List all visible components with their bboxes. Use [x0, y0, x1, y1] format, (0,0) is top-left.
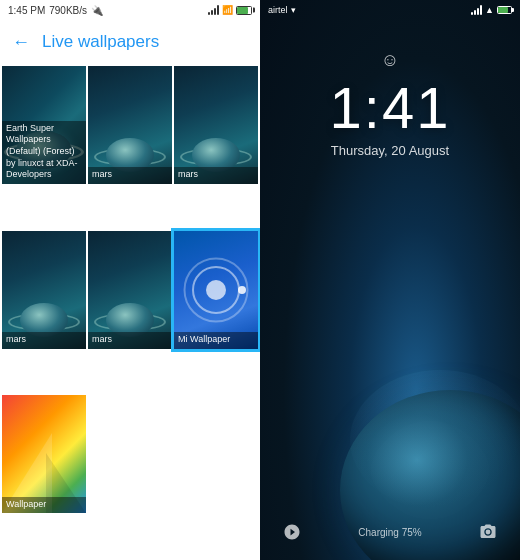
wallpaper-item-mars2[interactable]: mars [174, 66, 258, 184]
wallpaper-label: mars [88, 332, 172, 349]
ls-date: Thursday, 20 August [260, 143, 520, 158]
ls-smiley-icon: ☺ [260, 50, 520, 71]
wallpaper-item-colorful[interactable]: Wallpaper [2, 395, 86, 513]
earth-glow [350, 370, 520, 510]
mi-dot-orbit [238, 286, 246, 294]
status-bar-left: 1:45 PM 790KB/s 🔌 📶 [0, 0, 260, 20]
ls-signal-bars [471, 5, 482, 15]
left-panel: 1:45 PM 790KB/s 🔌 📶 ← Live wallpapers Ea… [0, 0, 260, 560]
wallpaper-label: Mi Wallpaper [174, 332, 258, 349]
ls-charging-label: Charging 75% [358, 527, 421, 538]
ls-carrier: airtel [268, 5, 288, 15]
ls-status-right: ▲ [471, 5, 512, 15]
wallpaper-label: Wallpaper [2, 497, 86, 514]
wallpaper-grid: Earth Super Wallpapers (Default) (Forest… [0, 64, 260, 560]
battery-icon [236, 6, 252, 15]
lockscreen-bottom: Charging 75% [260, 508, 520, 560]
wallpaper-item-earth[interactable]: Earth Super Wallpapers (Default) (Forest… [2, 66, 86, 184]
usb-icon: 🔌 [91, 5, 103, 16]
wallpaper-item-mars4[interactable]: mars [88, 231, 172, 349]
ls-bottom-left-icon[interactable] [276, 516, 308, 548]
page-title: Live wallpapers [42, 32, 159, 52]
status-bar-right-section: 📶 [208, 5, 252, 15]
wallpaper-item-mars3[interactable]: mars [2, 231, 86, 349]
ls-time: 1:41 [260, 79, 520, 137]
signal-bars [208, 5, 219, 15]
lockscreen-content: ☺ 1:41 Thursday, 20 August [260, 20, 520, 158]
ls-battery-icon [497, 6, 512, 14]
wallpaper-item-mi[interactable]: Mi Wallpaper [174, 231, 258, 349]
ls-camera-icon[interactable] [472, 516, 504, 548]
ls-status-left: airtel ▾ [268, 5, 296, 15]
mi-circle-inner [206, 280, 226, 300]
wifi-icon: 📶 [222, 5, 233, 15]
ls-wifi-icon: ▲ [485, 5, 494, 15]
wallpaper-label: Earth Super Wallpapers (Default) (Forest… [2, 121, 86, 184]
header: ← Live wallpapers [0, 20, 260, 64]
back-button[interactable]: ← [12, 32, 30, 53]
wallpaper-item-mars1[interactable]: mars [88, 66, 172, 184]
ls-battery-fill [498, 7, 508, 13]
status-bar-left-section: 1:45 PM 790KB/s 🔌 [8, 5, 103, 16]
ls-carrier-arrow: ▾ [291, 5, 296, 15]
wallpaper-label: mars [88, 167, 172, 184]
status-time: 1:45 PM [8, 5, 45, 16]
wallpaper-label: mars [2, 332, 86, 349]
right-panel-lockscreen: airtel ▾ ▲ ☺ 1:41 Thursday, 20 August Ch… [260, 0, 520, 560]
status-data: 790KB/s [49, 5, 87, 16]
ls-charging-text: Charging 75% [358, 527, 421, 538]
wallpaper-label: mars [174, 167, 258, 184]
lockscreen-status-bar: airtel ▾ ▲ [260, 0, 520, 20]
battery-fill [237, 7, 248, 14]
